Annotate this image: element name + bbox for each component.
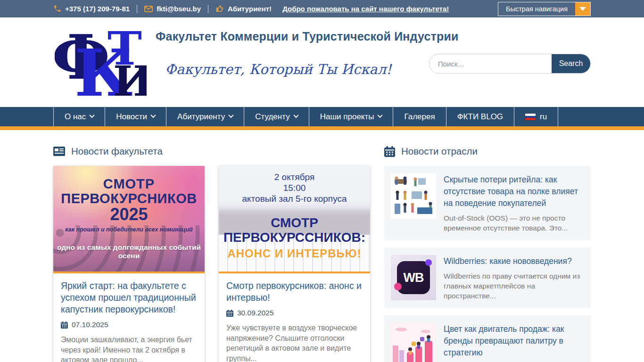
search-button[interactable]: Search: [552, 54, 590, 73]
post-excerpt: Уже чувствуете в воздухе творческое напр…: [226, 323, 363, 362]
welcome-link[interactable]: Добро пожаловать на сайт нашего факульте…: [282, 5, 449, 13]
post-date-value: 30.09.2025: [237, 309, 274, 317]
phone-icon: [53, 5, 61, 13]
nav-item-label: Студенту: [255, 112, 289, 122]
site-header: Ф К Т И Факультет Коммерции и Туристичес…: [0, 17, 644, 107]
applicant-link[interactable]: Абитуриент!: [215, 5, 272, 13]
retail-shoppers-icon: [391, 173, 436, 219]
applicant-label: Абитуриент!: [228, 5, 272, 13]
nav-item-gallery[interactable]: Галерея: [393, 107, 446, 126]
color-bars-icon: [391, 323, 436, 362]
retail-illustration-thumbnail: [391, 173, 436, 219]
phone-number: +375 (17) 209-79-81: [65, 5, 130, 13]
post-excerpt: Эмоции зашкаливают, а энергия бьет через…: [61, 335, 197, 362]
faculty-news-column: Новости факультета СМОТР ПЕРВОКУРСНИКОВ …: [53, 146, 370, 362]
search-input[interactable]: [429, 54, 552, 73]
post-image[interactable]: СМОТР ПЕРВОКУРСНИКОВ 2025 как прошел и п…: [53, 166, 205, 273]
industry-post-excerpt: Wildberries по праву считается одним из …: [444, 271, 584, 301]
post-title[interactable]: Смотр первокурсников: анонс и интервью!: [226, 280, 363, 304]
nav-item-label: О нас: [65, 112, 86, 122]
wb-logo-text: WB: [404, 271, 424, 285]
quick-nav-dropdown[interactable]: Быстрая навигация: [498, 2, 591, 16]
email-link[interactable]: fkti@bseu.by: [144, 5, 201, 13]
post-title[interactable]: Яркий старт: на факультете с успехом про…: [61, 280, 197, 315]
phone-link[interactable]: +375 (17) 209-79-81: [53, 5, 130, 13]
nav-item-language[interactable]: ru: [514, 107, 558, 126]
site-title[interactable]: Факультет Коммерции и Туристической Инду…: [156, 30, 459, 43]
faculty-news-cards: СМОТР ПЕРВОКУРСНИКОВ 2025 как прошел и п…: [53, 166, 370, 362]
industry-item-text: Скрытые потери ритейла: как отсутствие т…: [444, 173, 584, 233]
nav-item-label: ru: [540, 112, 547, 122]
nav-item-student[interactable]: Студенту: [244, 107, 308, 126]
search-form: Search: [429, 54, 591, 74]
poster-line: 15:00: [219, 182, 370, 193]
poster-details: 2 октября 15:00 актовый зал 5-го корпуса: [219, 172, 370, 204]
poster-accent: АНОНС И ИНТЕРВЬЮ!: [219, 247, 370, 260]
color-strategy-thumbnail: [391, 323, 436, 362]
industry-news-item[interactable]: Цвет как двигатель продаж: как бренды пр…: [384, 315, 591, 362]
chevron-down-icon: [378, 113, 383, 118]
main-content: Новости факультета СМОТР ПЕРВОКУРСНИКОВ …: [53, 130, 591, 362]
purple-dot-icon: [425, 259, 432, 266]
faculty-logo[interactable]: Ф К Т И: [55, 25, 147, 97]
divider: [208, 5, 208, 13]
news-card[interactable]: 2 октября 15:00 актовый зал 5-го корпуса…: [219, 166, 370, 362]
post-date: 07.10.2025: [61, 321, 197, 329]
russian-flag-icon: [525, 114, 536, 120]
post-image[interactable]: 2 октября 15:00 актовый зал 5-го корпуса…: [219, 166, 370, 273]
nav-item-applicant[interactable]: Абитуриенту: [166, 107, 244, 126]
fkti-monogram-icon: Ф К Т И: [55, 25, 147, 97]
nav-item-blog[interactable]: ФКТИ BLOG: [446, 107, 514, 126]
industry-news-section-head: Новости отрасли: [384, 146, 591, 157]
nav-item-about[interactable]: О нас: [53, 107, 105, 126]
industry-post-title[interactable]: Wildberries: какие нововведения?: [444, 255, 584, 267]
chevron-down-icon: [229, 113, 234, 118]
wb-logo-icon: WB: [397, 261, 430, 294]
calendar-icon: [384, 146, 395, 157]
poster-line: ПЕРВОКУРССНИКОВ:: [219, 230, 370, 245]
poster-line: 2 октября: [219, 172, 370, 182]
post-body: Яркий старт: на факультете с успехом про…: [53, 273, 205, 362]
post-date: 30.09.2025: [226, 309, 363, 317]
industry-news-item[interactable]: Скрытые потери ритейла: как отсутствие т…: [384, 166, 591, 240]
industry-post-title[interactable]: Цвет как двигатель продаж: как бренды пр…: [444, 323, 584, 359]
pink-dot-icon: [394, 283, 402, 290]
main-nav: О нас Новости Абитуриенту Студенту Наши …: [0, 107, 644, 126]
poster-line: 2025: [53, 205, 205, 224]
newspaper-icon: [53, 146, 65, 156]
industry-post-title[interactable]: Скрытые потери ритейла: как отсутствие т…: [444, 174, 584, 209]
nav-item-label: Наши проекты: [320, 112, 374, 122]
calendar-icon: [226, 310, 233, 317]
accent-strip: [0, 126, 644, 130]
dropdown-arrow-button[interactable]: [575, 2, 590, 16]
poster-line: актовый зал 5-го корпуса: [219, 193, 370, 204]
nav-item-label: Абитуриенту: [177, 112, 225, 122]
topbar: +375 (17) 209-79-81 fkti@bseu.by Абитури…: [0, 0, 644, 17]
page: +375 (17) 209-79-81 fkti@bseu.by Абитури…: [0, 0, 644, 362]
poster-caption: одно из самых долгожданных событий осени: [53, 243, 205, 260]
industry-item-text: Цвет как двигатель продаж: как бренды пр…: [444, 323, 584, 362]
chevron-down-icon: [90, 113, 95, 118]
nav-item-label: Новости: [116, 112, 147, 122]
post-date-value: 07.10.2025: [72, 321, 108, 329]
site-tagline: Факультет, Который Ты Искал!: [165, 61, 392, 77]
nav-item-projects[interactable]: Наши проекты: [309, 107, 393, 126]
thumb-up-icon: [215, 5, 224, 13]
svg-text:И: И: [113, 57, 147, 97]
section-title: Новости отрасли: [401, 146, 478, 157]
news-card[interactable]: СМОТР ПЕРВОКУРСНИКОВ 2025 как прошел и п…: [53, 166, 205, 362]
divider: [137, 5, 137, 13]
nav-item-news[interactable]: Новости: [105, 107, 166, 126]
poster-title: СМОТР ПЕРВОКУРССНИКОВ:: [219, 215, 370, 245]
post-body: Смотр первокурсников: анонс и интервью! …: [219, 273, 370, 362]
calendar-icon: [61, 321, 68, 329]
nav-item-label: ФКТИ BLOG: [457, 112, 503, 122]
chevron-down-icon: [293, 113, 298, 118]
industry-news-item[interactable]: WB Wildberries: какие нововведения? Wild…: [384, 247, 591, 308]
industry-news-column: Новости отрасли: [384, 146, 591, 362]
email-address: fkti@bseu.by: [157, 5, 201, 13]
industry-item-text: Wildberries: какие нововведения? Wildber…: [444, 255, 584, 301]
nav-item-label: Галерея: [404, 112, 435, 122]
faculty-news-section-head: Новости факультета: [53, 146, 370, 157]
poster-line: СМОТР: [53, 176, 205, 192]
